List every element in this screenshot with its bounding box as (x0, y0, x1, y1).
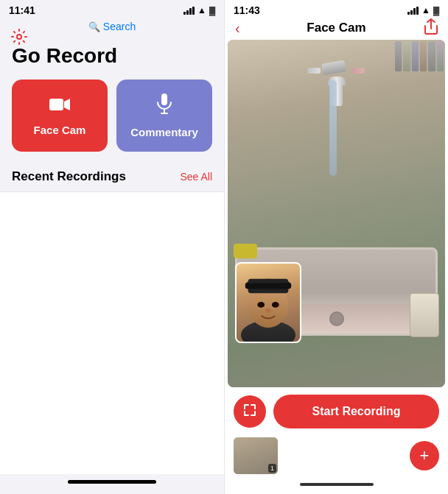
wifi-icon-left: ▲ (197, 5, 206, 15)
add-button[interactable]: + (410, 441, 439, 470)
thumbnail-item[interactable]: 1 (234, 437, 278, 474)
face-cam-icon (49, 95, 71, 118)
svg-rect-3 (161, 93, 167, 105)
sponge (234, 244, 257, 258)
container (410, 293, 439, 337)
commentary-button[interactable]: Commentary (116, 80, 212, 152)
recent-recordings-header: Recent Recordings See All (0, 166, 224, 191)
home-indicator-left (68, 480, 156, 484)
face-cam-label: Face Cam (34, 124, 86, 136)
battery-icon-right: ▓ (433, 6, 439, 15)
home-indicator-right (300, 483, 374, 486)
sink-scene (228, 40, 445, 387)
face-cam-overlay (235, 262, 301, 343)
thumbnail-bar: 1 + (225, 434, 448, 479)
svg-marker-2 (64, 99, 70, 110)
right-panel: 11:43 ▲ ▓ ‹ Face Cam (224, 0, 448, 494)
faucet (322, 62, 351, 106)
expand-icon (244, 404, 256, 419)
search-icon-left: 🔍 (88, 21, 100, 32)
time-right: 11:43 (234, 4, 260, 16)
camera-preview (228, 40, 445, 387)
commentary-label: Commentary (130, 126, 198, 138)
expand-button[interactable] (234, 395, 266, 428)
face-silhouette (237, 262, 300, 342)
microphone-icon (156, 93, 172, 120)
shelf-items (393, 40, 445, 73)
nav-title: Face Cam (307, 21, 365, 35)
svg-point-13 (272, 302, 279, 308)
action-buttons: Face Cam Commentary (0, 80, 224, 166)
nav-bar-right: ‹ Face Cam (225, 19, 448, 40)
settings-icon[interactable] (10, 28, 28, 50)
left-panel: 11:41 ▲ ▓ 🔍 Search Go Record (0, 0, 224, 494)
back-button[interactable]: ‹ (235, 20, 240, 37)
time-left: 11:41 (9, 4, 35, 16)
svg-point-0 (17, 35, 21, 39)
face-cam-button[interactable]: Face Cam (12, 80, 108, 152)
status-bar-left: 11:41 ▲ ▓ (0, 0, 224, 19)
add-icon: + (420, 448, 430, 464)
battery-icon-left: ▓ (209, 6, 215, 15)
status-icons-right: ▲ ▓ (407, 5, 439, 15)
status-icons-left: ▲ ▓ (183, 5, 215, 15)
signal-icon-left (183, 6, 195, 15)
svg-rect-1 (49, 99, 63, 110)
svg-point-12 (257, 302, 265, 308)
recent-recordings-title: Recent Recordings (12, 169, 126, 184)
search-bar-left[interactable]: 🔍 Search (0, 19, 224, 37)
search-text-left: Search (103, 21, 136, 32)
signal-icon-right (407, 6, 419, 15)
recordings-empty-area (0, 191, 224, 474)
bottom-action-bar: Start Recording (225, 387, 448, 434)
page-title-left: Go Record (0, 37, 224, 80)
start-recording-button[interactable]: Start Recording (273, 395, 439, 428)
see-all-link[interactable]: See All (180, 171, 212, 183)
svg-rect-11 (245, 283, 292, 289)
thumbnail-badge: 1 (268, 464, 276, 473)
share-button[interactable] (424, 18, 438, 38)
wifi-icon-right: ▲ (421, 5, 430, 15)
status-bar-right: 11:43 ▲ ▓ (225, 0, 448, 19)
svg-point-14 (265, 308, 271, 313)
water-stream (329, 80, 337, 176)
